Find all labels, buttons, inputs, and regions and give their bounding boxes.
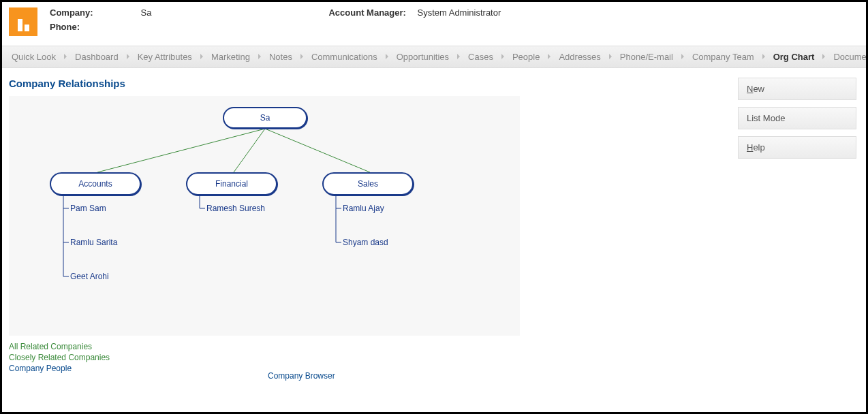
section-title: Company Relationships	[9, 78, 738, 89]
action-sidebar: New List Mode Help	[738, 78, 856, 381]
org-person[interactable]: Pam Sam	[70, 204, 106, 213]
svg-line-1	[234, 129, 265, 172]
tab-notes[interactable]: Notes	[260, 52, 302, 62]
phone-label: Phone:	[50, 22, 118, 32]
org-person[interactable]: Ramlu Sarita	[70, 238, 117, 247]
manager-label: Account Manager:	[328, 7, 417, 18]
new-button[interactable]: New	[738, 78, 856, 100]
legend: All Related Companies Closely Related Co…	[9, 341, 738, 374]
help-button[interactable]: Help	[738, 136, 856, 159]
tab-cases[interactable]: Cases	[459, 52, 503, 62]
manager-value: System Administrator	[417, 7, 501, 18]
tab-quick-look[interactable]: Quick Look	[2, 52, 65, 62]
tab-marketing[interactable]: Marketing	[202, 52, 260, 62]
org-person[interactable]: Geet Arohi	[70, 272, 109, 281]
header: Company: Sa Account Manager: System Admi…	[2, 2, 866, 46]
company-logo-icon	[9, 7, 37, 36]
svg-line-0	[97, 129, 265, 172]
org-person[interactable]: Shyam dasd	[343, 238, 388, 247]
company-label: Company:	[50, 7, 93, 18]
org-person[interactable]: Ramlu Ajay	[343, 204, 384, 213]
org-node-dept-sales[interactable]: Sales	[322, 172, 414, 195]
tabbar: Quick Look Dashboard Key Attributes Mark…	[2, 46, 866, 68]
tab-opportunities[interactable]: Opportunities	[387, 52, 459, 62]
org-node-root[interactable]: Sa	[223, 107, 307, 129]
tab-communications[interactable]: Communications	[302, 52, 387, 62]
tab-company-team[interactable]: Company Team	[683, 52, 764, 62]
tab-org-chart[interactable]: Org Chart	[764, 52, 824, 62]
org-person[interactable]: Ramesh Suresh	[206, 204, 265, 213]
tab-people[interactable]: People	[503, 52, 549, 62]
org-node-dept-financial[interactable]: Financial	[186, 172, 277, 195]
org-chart-area: Sa Accounts Financial Sales Pam Sam Raml…	[9, 96, 520, 336]
tab-phone-email[interactable]: Phone/E-mail	[610, 52, 683, 62]
company-value: Sa	[141, 7, 152, 18]
list-mode-button[interactable]: List Mode	[738, 107, 856, 129]
company-browser-label: Company Browser	[268, 371, 738, 381]
tab-addresses[interactable]: Addresses	[549, 52, 610, 62]
legend-all-related[interactable]: All Related Companies	[9, 341, 738, 352]
org-node-dept-accounts[interactable]: Accounts	[50, 172, 141, 195]
svg-line-2	[265, 129, 370, 172]
tab-dashboard[interactable]: Dashboard	[65, 52, 128, 62]
tab-documents[interactable]: Documents	[824, 52, 866, 62]
tab-key-attributes[interactable]: Key Attributes	[128, 52, 202, 62]
legend-closely-related[interactable]: Closely Related Companies	[9, 352, 738, 363]
